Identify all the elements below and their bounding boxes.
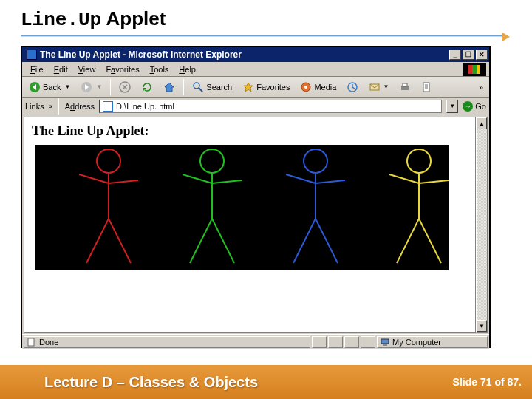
menubar: File Edit View Favorites Tools Help	[22, 62, 489, 77]
go-icon: →	[463, 101, 473, 112]
mail-icon	[369, 81, 381, 93]
svg-point-23	[304, 149, 327, 173]
chevron-down-icon: ▼	[383, 83, 389, 90]
menu-edit[interactable]: Edit	[49, 64, 73, 75]
svg-line-22	[212, 219, 234, 263]
menu-tools[interactable]: Tools	[145, 64, 174, 75]
separator	[183, 79, 184, 95]
svg-point-5	[304, 86, 307, 89]
svg-line-16	[109, 219, 131, 263]
svg-point-3	[194, 83, 200, 89]
address-input[interactable]: D:\Line.Up. html	[99, 100, 442, 113]
status-zone: My Computer	[377, 336, 488, 348]
throbber-icon	[463, 63, 486, 76]
home-button[interactable]	[160, 80, 179, 95]
separator	[58, 98, 59, 115]
svg-rect-9	[403, 83, 407, 86]
window-title: The Line Up Applet - Microsoft Internet …	[40, 50, 448, 60]
media-button[interactable]: Media	[296, 80, 340, 95]
separator	[110, 79, 111, 95]
print-button[interactable]	[395, 80, 415, 95]
search-button[interactable]: Search	[188, 80, 236, 95]
go-button[interactable]: → Go	[463, 101, 486, 112]
address-dropdown[interactable]: ▼	[446, 100, 458, 113]
svg-line-14	[109, 180, 138, 183]
page-content: The Line Up Applet:	[24, 117, 476, 332]
minimize-button[interactable]: _	[449, 50, 461, 60]
svg-line-32	[419, 180, 449, 183]
status-panel	[344, 336, 359, 348]
scroll-down-button[interactable]: ▼	[477, 320, 487, 332]
home-icon	[163, 81, 175, 93]
horizontal-rule	[35, 281, 463, 282]
media-icon	[300, 81, 312, 93]
forward-icon	[81, 81, 92, 93]
edit-icon	[421, 81, 433, 93]
edit-button[interactable]	[417, 80, 437, 95]
forward-button[interactable]: ▼	[77, 80, 106, 95]
applet-canvas	[35, 145, 449, 270]
favorites-button[interactable]: Favorites	[239, 80, 293, 95]
svg-line-25	[286, 174, 316, 183]
stick-figure	[160, 145, 264, 266]
links-overflow[interactable]: »	[49, 103, 52, 110]
svg-line-20	[212, 180, 242, 183]
back-label: Back	[43, 83, 61, 92]
print-icon	[399, 81, 411, 93]
vertical-scrollbar[interactable]: ▲ ▼	[476, 117, 488, 332]
menu-view[interactable]: View	[73, 64, 101, 75]
status-panel-left: Done	[24, 336, 310, 348]
chevron-down-icon: ▼	[96, 83, 102, 90]
svg-line-21	[190, 219, 212, 263]
svg-line-13	[79, 174, 109, 183]
document-icon	[27, 338, 36, 347]
svg-line-27	[293, 219, 316, 263]
close-button[interactable]: ✕	[476, 50, 488, 60]
statusbar: Done My Computer	[22, 334, 489, 349]
title-rule	[21, 35, 508, 37]
svg-point-17	[200, 149, 224, 173]
mail-button[interactable]: ▼	[365, 80, 392, 95]
slide-title-code: Line.Up	[21, 9, 101, 31]
browser-window: The Line Up Applet - Microsoft Internet …	[21, 46, 491, 347]
scroll-up-button[interactable]: ▲	[477, 117, 487, 129]
svg-line-28	[316, 219, 338, 263]
maximize-button[interactable]: ❐	[463, 50, 474, 60]
svg-line-15	[86, 219, 109, 263]
refresh-icon	[141, 81, 153, 93]
toolbar-overflow[interactable]: »	[479, 83, 486, 92]
content-area: The Line Up Applet: ▲ ▼	[22, 115, 489, 334]
back-button[interactable]: Back ▼	[25, 80, 74, 95]
stop-icon	[119, 81, 131, 93]
menu-favorites[interactable]: Favorites	[100, 64, 144, 75]
svg-line-33	[397, 219, 419, 263]
page-icon	[103, 101, 113, 112]
lecture-label: Lecture D – Classes & Objects	[0, 374, 258, 391]
slide-title: Line.Up Applet	[0, 0, 532, 34]
stick-figure	[264, 145, 367, 266]
computer-icon	[381, 338, 389, 347]
svg-line-19	[183, 174, 212, 183]
slide-number: Slide 71 of 87.	[453, 376, 532, 388]
status-text: Done	[39, 338, 58, 347]
address-label: Address	[65, 102, 95, 111]
media-label: Media	[314, 83, 336, 92]
scroll-track[interactable]	[477, 129, 487, 320]
zone-text: My Computer	[392, 338, 441, 347]
address-value: D:\Line.Up. html	[116, 102, 174, 111]
menu-file[interactable]: File	[25, 64, 49, 75]
menu-help[interactable]: Help	[174, 64, 201, 75]
stick-figure	[57, 145, 160, 266]
svg-rect-37	[383, 344, 387, 346]
links-label[interactable]: Links	[25, 102, 44, 111]
stop-button[interactable]	[115, 80, 134, 95]
svg-point-11	[97, 149, 120, 173]
svg-point-29	[407, 149, 431, 173]
slide-title-rest: Applet	[101, 7, 166, 30]
refresh-button[interactable]	[137, 80, 157, 95]
title-arrow-icon	[502, 33, 510, 41]
history-icon	[347, 81, 358, 93]
history-button[interactable]	[343, 80, 362, 95]
favorites-label: Favorites	[256, 83, 290, 92]
svg-line-26	[316, 180, 345, 183]
